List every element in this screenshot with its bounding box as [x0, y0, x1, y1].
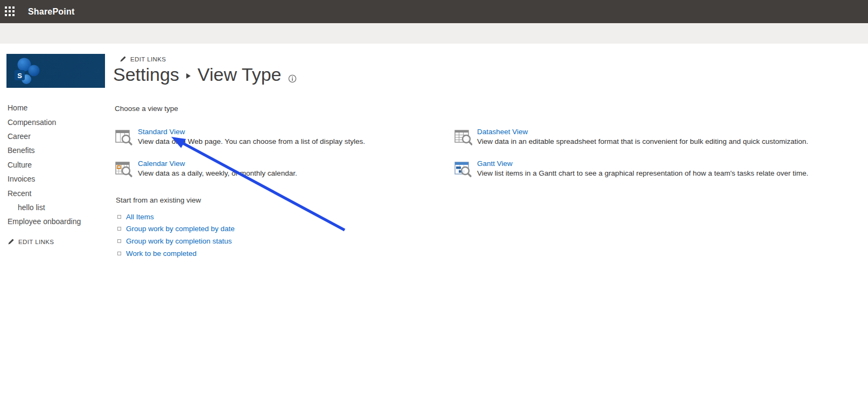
- gantt-view-link[interactable]: Gantt View: [477, 159, 808, 168]
- page-info-icon[interactable]: [288, 66, 297, 87]
- datasheet-view-description: View data in an editable spreadsheet for…: [477, 137, 808, 145]
- suite-bar: SharePoint: [0, 0, 868, 23]
- standard-view-link[interactable]: Standard View: [138, 128, 365, 136]
- existing-view-heading: Start from an existing view: [116, 196, 201, 204]
- sidebar-item-hello-list[interactable]: hello list: [8, 200, 113, 214]
- existing-view-list: All Items Group work by completed by dat…: [117, 211, 235, 259]
- site-logo[interactable]: S: [6, 54, 105, 88]
- existing-view-group-by-status[interactable]: Group work by completion status: [117, 235, 235, 247]
- existing-view-link[interactable]: Work to be completed: [126, 249, 197, 258]
- view-type-option-gantt: Gantt View View list items in a Gantt ch…: [454, 159, 808, 178]
- existing-view-link[interactable]: All Items: [126, 213, 154, 221]
- square-bullet-icon: [117, 227, 121, 231]
- app-launcher-icon[interactable]: [5, 6, 16, 17]
- breadcrumb-separator-icon: [186, 73, 191, 79]
- standard-view-icon[interactable]: [115, 128, 133, 146]
- sharepoint-logo-icon: S: [6, 54, 105, 88]
- view-type-option-datasheet: Datasheet View View data in an editable …: [454, 128, 808, 146]
- sidebar-item-employee-onboarding[interactable]: Employee onboarding: [8, 214, 113, 228]
- view-type-option-standard: Standard View View data on a Web page. Y…: [115, 128, 365, 146]
- datasheet-view-icon[interactable]: [454, 128, 472, 146]
- sub-header-band: [0, 23, 868, 44]
- pencil-icon: [8, 238, 15, 245]
- breadcrumb-settings-link[interactable]: Settings: [113, 64, 179, 85]
- existing-view-link[interactable]: Group work by completion status: [126, 237, 232, 245]
- choose-view-type-label: Choose a view type: [115, 105, 178, 113]
- gantt-view-icon[interactable]: [454, 159, 472, 178]
- sidebar-edit-links-label: EDIT LINKS: [18, 239, 54, 245]
- page-title: View Type: [198, 64, 282, 85]
- calendar-view-icon[interactable]: [115, 159, 133, 178]
- standard-view-description: View data on a Web page. You can choose …: [138, 137, 365, 145]
- existing-view-group-by-date[interactable]: Group work by completed by date: [117, 223, 235, 235]
- sidebar-item-career[interactable]: Career: [8, 129, 113, 143]
- calendar-view-description: View data as a daily, weekly, or monthly…: [138, 169, 297, 177]
- gantt-view-description: View list items in a Gantt chart to see …: [477, 169, 808, 177]
- view-type-option-calendar: Calendar View View data as a daily, week…: [115, 159, 297, 178]
- app-title[interactable]: SharePoint: [28, 7, 74, 17]
- calendar-view-link[interactable]: Calendar View: [138, 159, 297, 168]
- sidebar-item-compensation[interactable]: Compensation: [8, 115, 113, 129]
- svg-text:S: S: [17, 72, 22, 80]
- square-bullet-icon: [117, 239, 121, 243]
- sidebar-edit-links-button[interactable]: EDIT LINKS: [8, 238, 54, 245]
- sidebar-item-home[interactable]: Home: [8, 101, 113, 115]
- existing-view-work-to-be-completed[interactable]: Work to be completed: [117, 247, 235, 260]
- existing-view-link[interactable]: Group work by completed by date: [126, 225, 235, 233]
- square-bullet-icon: [117, 252, 121, 255]
- existing-view-all-items[interactable]: All Items: [117, 211, 235, 223]
- quick-launch-nav: Home Compensation Career Benefits Cultur…: [8, 101, 113, 229]
- page-heading: Settings View Type: [113, 61, 297, 87]
- square-bullet-icon: [117, 215, 121, 219]
- sidebar-item-benefits[interactable]: Benefits: [8, 143, 113, 157]
- datasheet-view-link[interactable]: Datasheet View: [477, 128, 808, 136]
- sidebar-item-invoices[interactable]: Invoices: [8, 172, 113, 186]
- sidebar-item-recent[interactable]: Recent: [8, 186, 113, 200]
- sidebar-item-culture[interactable]: Culture: [8, 158, 113, 172]
